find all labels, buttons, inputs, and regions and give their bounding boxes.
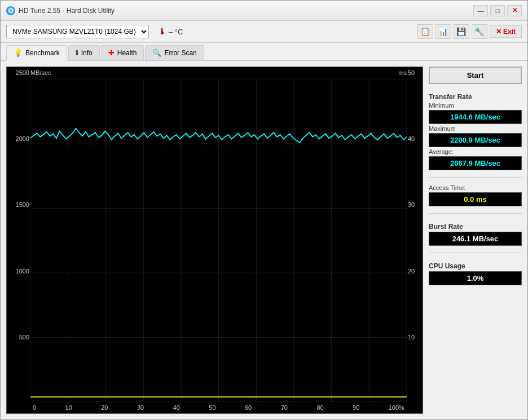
cpu-usage-value: 1.0% [429, 271, 522, 285]
y-left-axis-label: MB/sec [30, 69, 51, 76]
tools-icon: 🔧 [474, 27, 484, 36]
benchmark-tab-label: Benchmark [25, 49, 60, 57]
main-content: MB/sec ms 2500 2000 1500 1000 500 50 40 … [1, 61, 527, 419]
average-label: Average: [429, 148, 522, 155]
cpu-usage-section: CPU Usage 1.0% [429, 260, 522, 285]
burst-rate-label: Burst Rate [429, 223, 522, 231]
save-icon-button[interactable]: 💾 [454, 24, 469, 39]
divider-1 [429, 177, 522, 178]
title-bar: 💿 HD Tune 2.55 - Hard Disk Utility — □ ✕ [1, 1, 527, 21]
burst-rate-section: Burst Rate 246.1 MB/sec [429, 220, 522, 246]
error-scan-tab-label: Error Scan [164, 49, 196, 57]
info-tab-label: Info [81, 49, 93, 57]
start-button[interactable]: Start [429, 67, 522, 84]
divider-3 [429, 253, 522, 253]
exit-button[interactable]: ✕ Exit [490, 25, 522, 38]
drive-select-area: NVMe SAMSUNG MZVL21T0 (1024 GB) [6, 25, 149, 38]
access-time-section: Access Time: 0.0 ms [429, 184, 522, 206]
y-axis-right: 50 40 30 20 10 [407, 67, 423, 402]
burst-rate-value: 246.1 MB/sec [429, 232, 522, 246]
copy-icon: 📋 [420, 27, 430, 36]
divider-2 [429, 213, 522, 214]
benchmark-tab-icon: 💡 [14, 48, 23, 57]
maximum-label: Maximum [429, 125, 522, 132]
save-icon: 💾 [456, 27, 466, 36]
health-tab-icon: ✚ [108, 48, 115, 57]
tab-info[interactable]: ℹ Info [68, 45, 100, 60]
x-axis-labels: 0 10 20 30 40 50 60 70 80 90 100% [30, 402, 407, 413]
maximize-button[interactable]: □ [490, 5, 505, 16]
maximum-value: 2200.9 MB/sec [429, 133, 522, 147]
cpu-usage-label: CPU Usage [429, 262, 522, 270]
access-time-value: 0.0 ms [429, 192, 522, 206]
window-title: HD Tune 2.55 - Hard Disk Utility [19, 7, 473, 15]
tools-icon-button[interactable]: 🔧 [472, 24, 487, 39]
drive-dropdown[interactable]: NVMe SAMSUNG MZVL21T0 (1024 GB) [6, 25, 149, 38]
chart-icon: 📊 [438, 27, 448, 36]
thermometer-icon: 🌡 [158, 26, 167, 37]
tab-health[interactable]: ✚ Health [101, 45, 144, 60]
copy-icon-button[interactable]: 📋 [417, 24, 433, 39]
transfer-rate-section: Transfer Rate Minimum 1944.6 MB/sec Maxi… [429, 91, 522, 170]
temperature-display: 🌡 – °C [158, 26, 183, 37]
tab-error-scan[interactable]: 🔍 Error Scan [145, 45, 204, 60]
toolbar-actions: 📋 📊 💾 🔧 ✕ Exit [417, 24, 522, 39]
y-axis-left: 2500 2000 1500 1000 500 [7, 67, 30, 402]
chart-svg [30, 79, 407, 402]
exit-x-icon: ✕ [496, 28, 501, 36]
main-window: 💿 HD Tune 2.55 - Hard Disk Utility — □ ✕… [0, 0, 528, 420]
app-icon: 💿 [6, 6, 15, 15]
minimize-button[interactable]: — [473, 5, 488, 16]
toolbar: NVMe SAMSUNG MZVL21T0 (1024 GB) 🌡 – °C 📋… [1, 21, 527, 43]
benchmark-chart: MB/sec ms 2500 2000 1500 1000 500 50 40 … [6, 67, 423, 414]
sidebar: Start Transfer Rate Minimum 1944.6 MB/se… [429, 67, 522, 414]
chart-canvas [30, 79, 407, 402]
temp-value: – °C [169, 28, 183, 36]
close-button[interactable]: ✕ [507, 5, 522, 16]
tab-benchmark[interactable]: 💡 Benchmark [6, 45, 67, 61]
access-time-label: Access Time: [429, 184, 522, 191]
minimum-value: 1944.6 MB/sec [429, 110, 522, 124]
window-controls: — □ ✕ [473, 5, 522, 16]
error-scan-tab-icon: 🔍 [152, 48, 161, 57]
transfer-rate-label: Transfer Rate [429, 93, 522, 101]
exit-label: Exit [503, 28, 516, 36]
average-value: 2067.9 MB/sec [429, 156, 522, 170]
chart-icon-button[interactable]: 📊 [435, 24, 451, 39]
y-right-axis-label: ms [398, 69, 407, 76]
tab-bar: 💡 Benchmark ℹ Info ✚ Health 🔍 Error Scan [1, 43, 527, 61]
health-tab-label: Health [117, 49, 137, 57]
minimum-label: Minimum [429, 102, 522, 109]
info-tab-icon: ℹ [76, 48, 78, 57]
